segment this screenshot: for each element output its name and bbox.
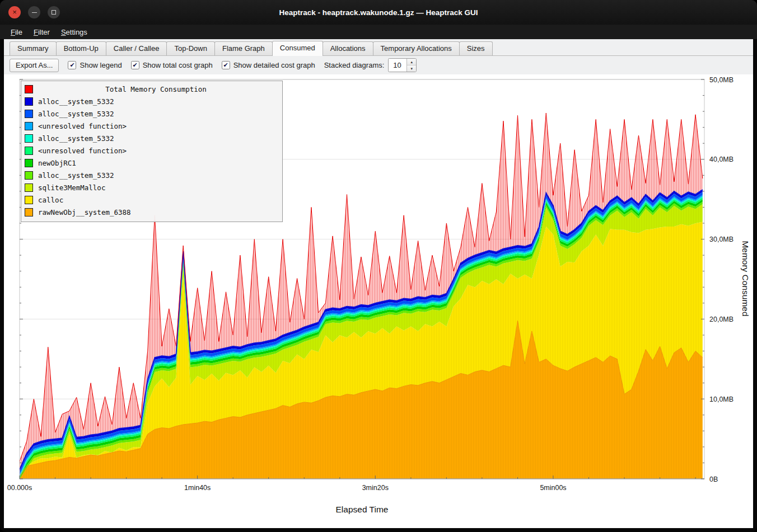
y-tick-label: 50,0MB: [709, 76, 733, 84]
legend-item: <unresolved function>: [25, 120, 279, 132]
y-tick-label: 0B: [709, 475, 718, 483]
legend-label: alloc__system_5332: [38, 171, 114, 180]
tab-sizes[interactable]: Sizes: [459, 41, 493, 55]
checkbox-show-detailed-cost-graph[interactable]: Show detailed cost graph: [222, 61, 315, 69]
legend-label: <unresolved function>: [38, 147, 127, 155]
legend-item: <unresolved function>: [25, 144, 279, 157]
window-controls: ×: [8, 6, 60, 18]
tab-temporary-allocations[interactable]: Temporary Allocations: [373, 41, 460, 55]
legend-swatch: [25, 183, 33, 192]
checkbox-checked-icon: [131, 61, 139, 69]
app-window: × Heaptrack - heaptrack.wakunode.1.gz — …: [0, 0, 757, 532]
tab-allocations[interactable]: Allocations: [323, 41, 373, 55]
chart-toolbar: Export As... Show legend Show total cost…: [4, 56, 753, 74]
legend-title: Total Memory Consumption: [33, 85, 279, 93]
main-content: Summary Bottom-Up Caller / Callee Top-Do…: [4, 39, 753, 528]
close-button[interactable]: ×: [8, 6, 21, 18]
spinner-arrows: ▲ ▼: [406, 59, 416, 72]
y-tick-label: 30,0MB: [709, 236, 733, 243]
legend-label: alloc__system_5332: [38, 110, 114, 118]
legend-item: alloc__system_5332: [25, 107, 279, 120]
legend-item: calloc: [25, 194, 279, 206]
chart-legend: Total Memory Consumption alloc__system_5…: [21, 81, 283, 222]
x-tick-label: 5min00s: [540, 484, 566, 492]
legend-label: calloc: [38, 196, 63, 204]
legend-swatch: [25, 159, 33, 167]
menu-file[interactable]: File: [6, 26, 27, 38]
tab-top-down[interactable]: Top-Down: [166, 41, 215, 55]
memory-consumed-axis-label: Memory Consumed: [740, 241, 750, 316]
checkbox-show-total-cost-graph[interactable]: Show total cost graph: [131, 61, 213, 69]
legend-swatch: [25, 97, 33, 106]
legend-swatch: [25, 122, 33, 130]
legend-item: sqlite3MemMalloc: [25, 181, 279, 194]
legend-swatch: [25, 208, 33, 216]
elapsed-time-axis-label: Elapsed Time: [20, 505, 704, 515]
legend-item: alloc__system_5332: [25, 95, 279, 107]
legend-label: alloc__system_5332: [38, 134, 114, 143]
legend-item: alloc__system_5332: [25, 132, 279, 144]
stacked-diagrams-value[interactable]: 10: [389, 59, 406, 72]
tab-bottom-up[interactable]: Bottom-Up: [56, 41, 106, 55]
legend-label: sqlite3MemMalloc: [38, 183, 105, 192]
checkbox-show-legend[interactable]: Show legend: [68, 61, 122, 69]
close-icon: ×: [12, 8, 17, 16]
legend-label: <unresolved function>: [38, 122, 127, 130]
legend-swatch: [25, 147, 33, 155]
legend-swatch: [25, 134, 33, 143]
legend-swatch: [25, 110, 33, 118]
tab-summary[interactable]: Summary: [10, 41, 57, 55]
legend-rows: alloc__system_5332alloc__system_5332<unr…: [25, 95, 279, 218]
maximize-icon: [52, 10, 56, 15]
legend-label: rawNewObj__system_6388: [38, 208, 131, 216]
checkbox-label: Show total cost graph: [143, 61, 213, 69]
legend-item: newObjRC1: [25, 157, 279, 169]
stacked-diagrams-group: Stacked diagrams: 10 ▲ ▼: [324, 58, 417, 72]
checkbox-checked-icon: [222, 61, 230, 69]
menu-bar: File Filter Settings: [0, 25, 757, 39]
tab-consumed[interactable]: Consumed: [272, 41, 323, 56]
stacked-diagrams-label: Stacked diagrams:: [324, 61, 385, 69]
legend-item: rawNewObj__system_6388: [25, 206, 279, 218]
tab-flame-graph[interactable]: Flame Graph: [214, 41, 273, 55]
x-tick-label: 00.000s: [7, 484, 32, 492]
chart-area: 0B10,0MB20,0MB30,0MB40,0MB50,0MB00.000s1…: [4, 74, 753, 528]
export-as-button[interactable]: Export As...: [10, 59, 59, 72]
y-tick-label: 40,0MB: [709, 156, 733, 163]
title-bar: × Heaptrack - heaptrack.wakunode.1.gz — …: [0, 0, 757, 25]
x-tick-label: 3min20s: [362, 484, 389, 492]
window-title: Heaptrack - heaptrack.wakunode.1.gz — He…: [0, 8, 757, 17]
legend-swatch: [25, 196, 33, 204]
legend-item: alloc__system_5332: [25, 169, 279, 181]
legend-label: alloc__system_5332: [38, 97, 114, 106]
stacked-diagrams-spinner[interactable]: 10 ▲ ▼: [388, 58, 417, 72]
legend-title-row: Total Memory Consumption: [25, 83, 279, 95]
legend-label: newObjRC1: [38, 159, 76, 167]
tab-bar: Summary Bottom-Up Caller / Callee Top-Do…: [4, 39, 753, 56]
checkbox-checked-icon: [68, 61, 76, 69]
menu-settings[interactable]: Settings: [56, 26, 92, 38]
minimize-icon: [32, 12, 37, 13]
tab-caller-callee[interactable]: Caller / Callee: [106, 41, 167, 55]
y-tick-label: 10,0MB: [709, 396, 733, 403]
checkbox-label: Show detailed cost graph: [233, 61, 315, 69]
spinner-down-icon[interactable]: ▼: [407, 65, 416, 72]
spinner-up-icon[interactable]: ▲: [407, 59, 416, 65]
y-tick-label: 20,0MB: [709, 316, 733, 323]
minimize-button[interactable]: [28, 6, 40, 18]
x-tick-label: 1min40s: [184, 484, 211, 492]
legend-swatch: [25, 171, 33, 180]
menu-filter[interactable]: Filter: [29, 26, 55, 38]
checkbox-label: Show legend: [80, 61, 122, 69]
legend-title-swatch: [25, 85, 33, 93]
maximize-button[interactable]: [48, 6, 60, 18]
